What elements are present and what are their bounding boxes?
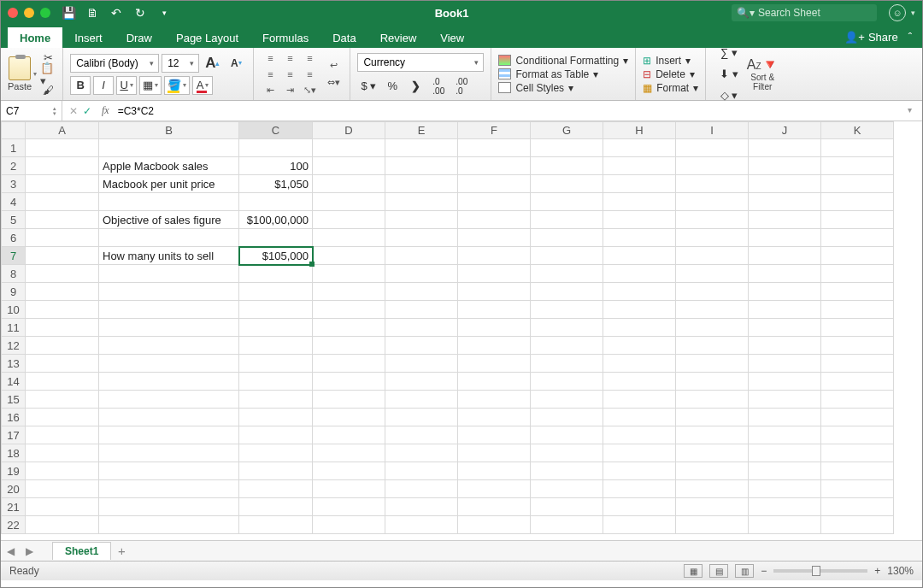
cell-C14[interactable]	[239, 373, 313, 391]
cell-H10[interactable]	[603, 301, 676, 319]
row-header-20[interactable]: 20	[2, 480, 26, 498]
cell-J3[interactable]	[749, 175, 821, 193]
cell-D9[interactable]	[313, 283, 385, 301]
sheet-nav-prev[interactable]: ◀	[1, 545, 20, 557]
decrease-font-button[interactable]: A▾	[226, 54, 246, 73]
cell-K22[interactable]	[821, 516, 894, 534]
align-bottom-button[interactable]: ≡	[300, 50, 319, 65]
col-header-E[interactable]: E	[385, 122, 458, 139]
cell-K18[interactable]	[821, 444, 894, 462]
cell-I10[interactable]	[676, 301, 749, 319]
decrease-decimal-button[interactable]: .00.0	[451, 77, 472, 96]
font-color-button[interactable]: A	[192, 76, 213, 95]
row-header-5[interactable]: 5	[2, 211, 26, 229]
row-header-3[interactable]: 3	[2, 175, 26, 193]
cell-F6[interactable]	[458, 229, 531, 247]
cell-J17[interactable]	[749, 426, 821, 444]
align-top-button[interactable]: ≡	[261, 50, 279, 65]
font-size-combo[interactable]: 12▾	[162, 54, 199, 73]
cell-C16[interactable]	[239, 409, 313, 426]
cell-F4[interactable]	[458, 193, 531, 211]
cell-E4[interactable]	[385, 193, 458, 211]
cell-C21[interactable]	[239, 498, 313, 516]
col-header-J[interactable]: J	[749, 122, 821, 139]
cell-A10[interactable]	[26, 301, 99, 319]
tab-data[interactable]: Data	[320, 27, 367, 48]
cell-A21[interactable]	[26, 498, 99, 516]
cell-I8[interactable]	[676, 265, 749, 283]
cell-A5[interactable]	[26, 211, 99, 229]
cell-H14[interactable]	[603, 373, 676, 391]
cell-E21[interactable]	[385, 498, 458, 516]
row-header-7[interactable]: 7	[2, 247, 26, 265]
cell-E1[interactable]	[385, 139, 458, 157]
cell-D14[interactable]	[313, 373, 385, 391]
cell-D16[interactable]	[313, 409, 385, 426]
cell-C10[interactable]	[239, 301, 313, 319]
delete-cells-button[interactable]: ⊟Delete ▾	[643, 68, 698, 80]
wrap-text-button[interactable]: ↩	[324, 58, 343, 73]
cell-G2[interactable]	[531, 157, 603, 175]
cell-B21[interactable]	[99, 498, 239, 516]
cell-G1[interactable]	[531, 139, 603, 157]
increase-indent-button[interactable]: ⇥	[280, 83, 299, 97]
cell-F10[interactable]	[458, 301, 531, 319]
number-format-combo[interactable]: Currency▾	[357, 53, 484, 72]
cell-I17[interactable]	[676, 426, 749, 444]
tab-page-layout[interactable]: Page Layout	[164, 27, 250, 48]
row-header-17[interactable]: 17	[2, 426, 26, 444]
cell-E13[interactable]	[385, 355, 458, 373]
cell-H2[interactable]	[603, 157, 676, 175]
cell-I12[interactable]	[676, 337, 749, 355]
undo-icon[interactable]: ↶	[109, 5, 124, 21]
underline-button[interactable]: U	[116, 76, 137, 95]
tab-insert[interactable]: Insert	[62, 27, 115, 48]
zoom-out-button[interactable]: −	[761, 565, 767, 577]
minimize-window[interactable]	[24, 8, 34, 18]
cell-B22[interactable]	[99, 516, 239, 534]
tab-formulas[interactable]: Formulas	[250, 27, 320, 48]
spreadsheet-grid[interactable]: ABCDEFGHIJK12Apple Macbook sales1003Macb…	[1, 121, 922, 540]
increase-font-button[interactable]: A▴	[202, 54, 223, 73]
paste-menu[interactable]: ▾	[33, 70, 37, 78]
cell-B6[interactable]	[99, 229, 239, 247]
cell-F5[interactable]	[458, 211, 531, 229]
add-sheet-button[interactable]: +	[111, 544, 132, 558]
cell-G16[interactable]	[531, 409, 603, 426]
cell-A12[interactable]	[26, 337, 99, 355]
cell-I15[interactable]	[676, 391, 749, 409]
cell-B7[interactable]: How many units to sell	[99, 247, 239, 265]
cell-E15[interactable]	[385, 391, 458, 409]
format-cells-button[interactable]: ▦Format ▾	[643, 82, 698, 94]
zoom-slider[interactable]	[773, 569, 867, 573]
cell-F11[interactable]	[458, 319, 531, 337]
insert-cells-button[interactable]: ⊞Insert ▾	[643, 55, 698, 67]
cell-I20[interactable]	[676, 480, 749, 498]
page-layout-view-button[interactable]: ▤	[709, 564, 728, 578]
cell-C17[interactable]	[239, 426, 313, 444]
cell-J14[interactable]	[749, 373, 821, 391]
cell-G3[interactable]	[531, 175, 603, 193]
cell-E12[interactable]	[385, 337, 458, 355]
col-header-C[interactable]: C	[239, 122, 313, 139]
cell-B15[interactable]	[99, 391, 239, 409]
cell-F8[interactable]	[458, 265, 531, 283]
tab-review[interactable]: Review	[368, 27, 429, 48]
cell-E14[interactable]	[385, 373, 458, 391]
cell-F18[interactable]	[458, 444, 531, 462]
cell-B2[interactable]: Apple Macbook sales	[99, 157, 239, 175]
cell-B13[interactable]	[99, 355, 239, 373]
cell-G8[interactable]	[531, 265, 603, 283]
cell-K5[interactable]	[821, 211, 894, 229]
cell-K15[interactable]	[821, 391, 894, 409]
cell-A6[interactable]	[26, 229, 99, 247]
merge-button[interactable]: ⇔▾	[324, 75, 343, 90]
save-icon[interactable]: 💾	[61, 5, 76, 21]
cell-A20[interactable]	[26, 480, 99, 498]
qat-more-icon[interactable]: ▾	[156, 5, 172, 21]
cell-D12[interactable]	[313, 337, 385, 355]
col-header-G[interactable]: G	[531, 122, 603, 139]
cell-C8[interactable]	[239, 265, 313, 283]
cell-B10[interactable]	[99, 301, 239, 319]
cell-B20[interactable]	[99, 480, 239, 498]
